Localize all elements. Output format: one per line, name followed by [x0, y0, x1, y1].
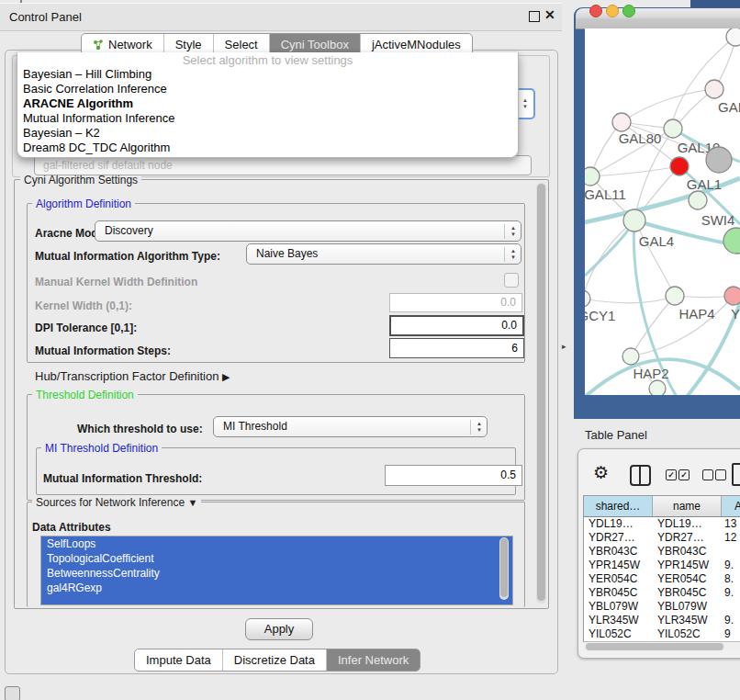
attr-item-partial[interactable]: [41, 595, 512, 604]
data-table-combo[interactable]: gal-filtered sif default node: [34, 155, 532, 175]
network-node-gcy1[interactable]: [585, 290, 590, 307]
network-node-hap2[interactable]: [622, 348, 639, 365]
dropdown-item-mutual-information-inference[interactable]: Mutual Information Inference: [17, 111, 518, 126]
table-row[interactable]: YBR045CYBR045C9.: [584, 586, 740, 600]
table-cell: YER054C: [584, 572, 653, 586]
tab-impute-data[interactable]: Impute Data: [135, 649, 222, 671]
attr-list-scrollbar[interactable]: [499, 537, 509, 600]
docked-panel-icon[interactable]: [5, 686, 20, 700]
split-columns-icon[interactable]: [630, 465, 651, 486]
network-node-gal1[interactable]: [670, 157, 689, 175]
table-horizontal-scrollbar[interactable]: [584, 641, 740, 651]
collapse-arrow-icon[interactable]: ▼: [187, 497, 197, 508]
network-node-y[interactable]: [724, 287, 740, 305]
table-cell: 12: [722, 531, 740, 545]
node-label-y: Y: [731, 306, 740, 322]
table-cell: YDL19…: [584, 517, 653, 531]
close-icon[interactable]: ✕: [544, 7, 555, 22]
zoom-traffic-light-icon[interactable]: [622, 5, 635, 17]
which-threshold-combo[interactable]: MI Threshold ▲▼: [213, 416, 488, 437]
expand-arrow-icon[interactable]: ▶: [222, 371, 230, 382]
attr-item-selfloops[interactable]: SelfLoops: [41, 536, 512, 551]
attr-item-betweennesscentrality[interactable]: BetweennessCentrality: [41, 566, 512, 581]
mi-steps-field[interactable]: 6: [389, 338, 524, 358]
network-node[interactable]: [649, 380, 666, 395]
settings-scrollbar[interactable]: [536, 183, 546, 604]
control-panel-titlebar: [0, 3, 562, 31]
which-threshold-label: Which threshold to use:: [77, 423, 203, 435]
table-row[interactable]: YER054CYER054C8.: [584, 572, 740, 586]
hub-definition-label[interactable]: Hub/Transcription Factor Definition ▶: [35, 369, 230, 383]
mi-threshold-field[interactable]: 0.5: [385, 465, 522, 486]
dropdown-item-aracne-algorithm[interactable]: ARACNE Algorithm: [17, 96, 518, 111]
dropdown-item-basic-correlation-inference[interactable]: Basic Correlation Inference: [17, 82, 518, 96]
network-canvas[interactable]: GALGAL80GAL10GAL1GAL11SWI4GAL4GCY1HAP4YH…: [585, 28, 740, 395]
deselect-all-checkbox-icon[interactable]: [715, 469, 726, 480]
data-attributes-list[interactable]: SelfLoopsTopologicalCoefficientBetweenne…: [40, 536, 513, 605]
network-node[interactable]: [706, 147, 732, 173]
network-node[interactable]: [723, 228, 740, 254]
close-traffic-light-icon[interactable]: [589, 5, 602, 17]
aracne-mode-value: Discovery: [105, 224, 153, 237]
network-edge[interactable]: [590, 166, 679, 176]
tab-discretize-data[interactable]: Discretize Data: [222, 649, 326, 671]
column-header-a[interactable]: A: [722, 496, 740, 516]
hub-label-text: Hub/Transcription Factor Definition: [35, 369, 219, 383]
select-all-checkbox-icon[interactable]: ✓: [678, 469, 690, 480]
node-label-gcy1: GCY1: [585, 308, 615, 323]
table-row[interactable]: YDR27…YDR27…12: [584, 531, 740, 545]
dropdown-item-bayesian-hill-climbing[interactable]: Bayesian – Hill Climbing: [17, 67, 518, 82]
table-row[interactable]: YBL079WYBL079W: [584, 600, 740, 614]
minimize-traffic-light-icon[interactable]: [606, 5, 619, 17]
dpi-tolerance-field[interactable]: 0.0: [389, 315, 524, 336]
dropdown-item-dream8-dc-tdc-algorithm[interactable]: Dream8 DC_TDC Algorithm: [17, 141, 518, 155]
apply-button[interactable]: Apply: [245, 618, 313, 640]
network-node-gal10[interactable]: [664, 119, 682, 138]
table-row[interactable]: YPR145WYPR145W9.: [584, 559, 740, 572]
network-edge[interactable]: [585, 296, 675, 303]
table-row[interactable]: YDL19…YDL19…13: [584, 517, 740, 531]
table-cell: 13: [722, 517, 740, 531]
attr-item-topologicalcoefficient[interactable]: TopologicalCoefficient: [41, 551, 512, 566]
stepper-icon: ▲▼: [504, 247, 516, 262]
table-cell: YIL052C: [653, 627, 722, 641]
stepper-up-icon: ▲: [522, 97, 528, 104]
table-cell: YPR145W: [584, 559, 653, 572]
table-row[interactable]: YBR043CYBR043C: [584, 545, 740, 559]
float-window-icon[interactable]: [529, 11, 540, 22]
document-icon[interactable]: [732, 463, 740, 486]
node-table: shared…nameA YDL19…YDL19…13YDR27…YDR27…1…: [583, 495, 740, 642]
aracne-mode-combo[interactable]: Discovery ▲▼: [95, 220, 521, 242]
network-node-gal[interactable]: [705, 80, 723, 98]
gear-icon[interactable]: ⚙: [593, 462, 609, 483]
network-node-hap4[interactable]: [666, 287, 684, 305]
column-header-name[interactable]: name: [653, 496, 722, 516]
stepper-down-icon: ▼: [522, 104, 528, 110]
tab-infer-network[interactable]: Infer Network: [326, 649, 420, 671]
select-all-checkbox-icon[interactable]: ✓: [666, 469, 677, 480]
sources-title[interactable]: Sources for Network Inference ▼: [32, 496, 201, 509]
mi-type-combo[interactable]: Naive Bayes ▲▼: [246, 243, 521, 265]
network-node[interactable]: [726, 28, 740, 46]
panel-resize-handle[interactable]: ▸: [562, 342, 566, 351]
node-label-hap2: HAP2: [633, 366, 668, 381]
kernel-width-field[interactable]: 0.0: [389, 293, 522, 312]
network-node-swi4[interactable]: [689, 191, 707, 209]
table-row[interactable]: YIL052CYIL052C9: [584, 627, 740, 641]
mi-threshold-label: Mutual Information Threshold:: [43, 472, 202, 485]
network-edge[interactable]: [585, 221, 634, 276]
stepper-icon: ▲▼: [504, 224, 516, 239]
dropdown-list: Bayesian – Hill ClimbingBasic Correlatio…: [17, 67, 518, 155]
network-node-gal80[interactable]: [612, 113, 631, 131]
dropdown-item-bayesian-k2[interactable]: Bayesian – K2: [17, 126, 518, 141]
node-label-gal1: GAL1: [687, 176, 722, 192]
attr-item-gal4rgexp[interactable]: gal4RGexp: [41, 581, 512, 595]
column-header-shared[interactable]: shared…: [584, 496, 653, 516]
deselect-all-checkbox-icon[interactable]: [702, 469, 713, 480]
network-node-gal11[interactable]: [585, 167, 600, 186]
node-label-gal80: GAL80: [619, 130, 662, 146]
table-row[interactable]: YLR345WYLR345W9.: [584, 614, 740, 627]
manual-kernel-checkbox[interactable]: [504, 273, 519, 288]
network-node-gal4[interactable]: [623, 209, 645, 231]
network-edge[interactable]: [622, 89, 714, 122]
